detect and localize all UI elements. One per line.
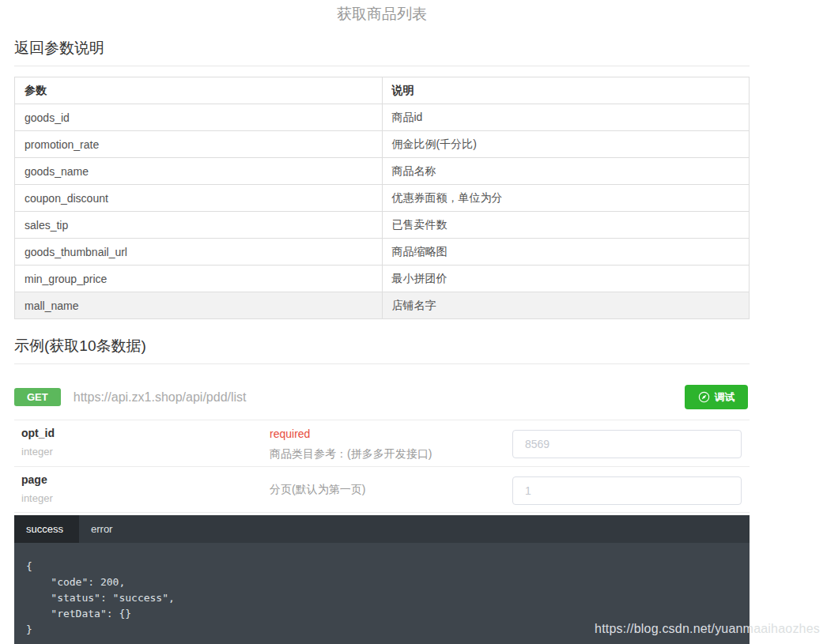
debug-button-label: 调试 — [715, 390, 735, 405]
table-header-row: 参数 说明 — [15, 77, 750, 104]
param-row-page: page integer 分页(默认为第一页) — [14, 467, 750, 513]
param-desc-cell: 最小拼团价 — [382, 266, 750, 292]
tab-error[interactable]: error — [79, 515, 124, 543]
result-code-area: { "code": 200, "status": "success", "ret… — [14, 543, 750, 644]
table-row-highlighted: mall_name 店铺名字 — [15, 292, 750, 319]
table-row: goods_id 商品id — [15, 104, 750, 131]
param-row-opt-id: opt_id integer required 商品类目参考：(拼多多开发接口) — [14, 420, 750, 467]
result-tabs: success error — [14, 515, 750, 543]
divider — [14, 66, 750, 66]
api-url: https://api.zx1.shop/api/pdd/list — [74, 390, 247, 405]
section-title-example: 示例(获取10条数据) — [14, 336, 750, 355]
api-endpoint-row: GET https://api.zx1.shop/api/pdd/list 调试 — [14, 364, 750, 420]
param-name: opt_id — [21, 427, 270, 439]
page-title: 获取商品列表 — [14, 0, 750, 21]
param-desc-cell: 已售卖件数 — [382, 212, 750, 239]
table-row: coupon_discount 优惠券面额，单位为分 — [15, 185, 750, 212]
table-row: goods_thumbnail_url 商品缩略图 — [15, 239, 750, 266]
param-name-cell: mall_name — [15, 292, 383, 319]
param-name-cell: goods_name — [15, 158, 383, 185]
page-input[interactable] — [512, 476, 742, 505]
result-panel: success error { "code": 200, "status": "… — [14, 515, 750, 644]
param-type: integer — [21, 446, 270, 458]
table-row: min_group_price 最小拼团价 — [15, 266, 750, 292]
param-name-cell: goods_thumbnail_url — [15, 239, 383, 266]
http-method-badge: GET — [14, 388, 61, 406]
table-row: sales_tip 已售卖件数 — [15, 212, 750, 239]
tab-success[interactable]: success — [14, 515, 79, 543]
compass-icon — [698, 391, 710, 403]
section-title-return-params: 返回参数说明 — [14, 38, 750, 57]
debug-button[interactable]: 调试 — [685, 385, 748, 409]
param-desc: 分页(默认为第一页) — [270, 483, 365, 497]
table-header-desc: 说明 — [382, 77, 750, 104]
param-desc: 商品类目参考：(拼多多开发接口) — [270, 447, 512, 461]
page: 获取商品列表 返回参数说明 参数 说明 goods_id 商品id promot… — [14, 0, 750, 644]
param-name-cell: min_group_price — [15, 266, 383, 292]
param-name-cell: goods_id — [15, 104, 383, 131]
table-row: goods_name 商品名称 — [15, 158, 750, 185]
param-name: page — [21, 473, 270, 486]
param-desc-cell: 佣金比例(千分比) — [382, 131, 750, 158]
required-badge: required — [270, 427, 512, 440]
param-desc-cell: 商品id — [382, 104, 750, 131]
param-desc-cell: 商品名称 — [382, 158, 750, 185]
param-desc-cell: 店铺名字 — [382, 292, 750, 319]
table-row: promotion_rate 佣金比例(千分比) — [15, 131, 750, 158]
opt-id-input[interactable] — [512, 430, 742, 458]
param-type: integer — [21, 492, 270, 504]
param-name-cell: coupon_discount — [15, 185, 383, 212]
param-name-cell: promotion_rate — [15, 131, 383, 158]
param-name-cell: sales_tip — [15, 212, 383, 239]
param-desc-cell: 优惠券面额，单位为分 — [382, 185, 750, 212]
result-code: { "code": 200, "status": "success", "ret… — [26, 559, 750, 638]
return-params-table: 参数 说明 goods_id 商品id promotion_rate 佣金比例(… — [14, 77, 750, 319]
table-header-param: 参数 — [15, 77, 383, 104]
param-desc-cell: 商品缩略图 — [382, 239, 750, 266]
